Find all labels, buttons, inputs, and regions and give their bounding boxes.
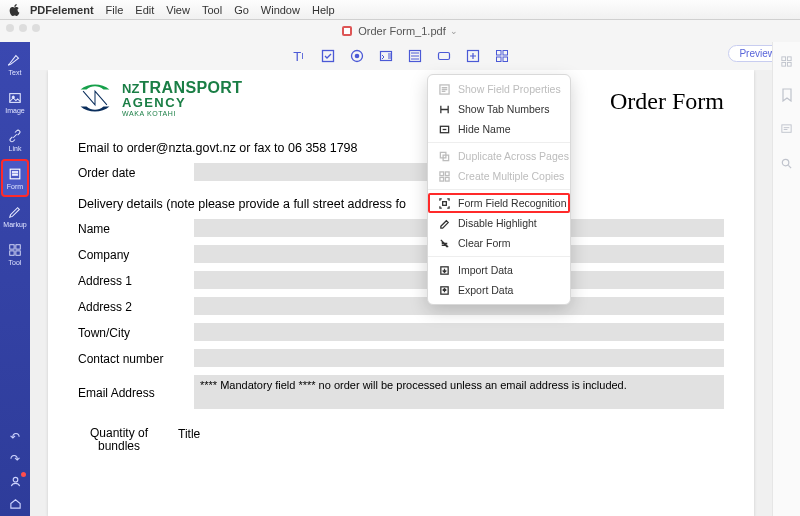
svg-point-2 (354, 54, 359, 59)
app-name[interactable]: PDFelement (30, 4, 94, 16)
menu-edit[interactable]: Edit (135, 4, 154, 16)
menu-file[interactable]: File (106, 4, 124, 16)
document-title[interactable]: Order Form_1.pdf (358, 25, 445, 37)
sidebar-item-link[interactable]: Link (2, 122, 28, 158)
svg-point-20 (13, 477, 18, 482)
menu-item-label: Clear Form (458, 237, 511, 249)
minimize-dot[interactable] (19, 24, 27, 32)
menu-item-show-tab-numbers[interactable]: Show Tab Numbers (428, 99, 570, 119)
apple-icon[interactable] (6, 2, 22, 18)
menu-item-label: Disable Highlight (458, 217, 537, 229)
menu-item-label: Show Field Properties (458, 83, 561, 95)
sidebar-bottom: ↶ ↷ (8, 430, 22, 516)
menu-view[interactable]: View (166, 4, 190, 16)
menu-item-label: Export Data (458, 284, 513, 296)
svg-rect-34 (445, 177, 449, 181)
logo-text: NZTRANSPORT AGENCY WAKA KOTAHI (122, 80, 243, 117)
more-tool[interactable] (488, 45, 516, 67)
bookmark-icon[interactable] (780, 88, 794, 102)
window-controls (6, 24, 40, 32)
menu-item-hide-name[interactable]: Hide Name (428, 119, 570, 139)
svg-rect-8 (503, 51, 508, 56)
zoom-dot[interactable] (32, 24, 40, 32)
menu-item-show-field-properties: Show Field Properties (428, 79, 570, 99)
svg-point-26 (782, 159, 789, 166)
svg-rect-0 (322, 51, 333, 62)
close-dot[interactable] (6, 24, 14, 32)
menu-tool[interactable]: Tool (202, 4, 222, 16)
document-icon (342, 26, 352, 36)
tab-numbers-icon (438, 103, 450, 115)
sidebar-item-text[interactable]: Text (2, 46, 28, 82)
menu-item-import-data[interactable]: Import Data (428, 260, 570, 280)
field-label: Town/City (78, 323, 180, 340)
context-menu: Show Field PropertiesShow Tab NumbersHid… (427, 74, 571, 305)
sidebar-item-tool[interactable]: Tool (2, 236, 28, 272)
mandatory-note: **** Mandatory field **** no order will … (194, 375, 633, 395)
svg-rect-16 (10, 244, 14, 248)
search-icon[interactable] (780, 156, 794, 170)
sidebar-item-markup[interactable]: Markup (2, 198, 28, 234)
svg-rect-10 (503, 57, 508, 62)
nzta-logo-icon (78, 81, 112, 115)
menu-separator (428, 189, 570, 190)
field-label: Address 1 (78, 271, 180, 288)
listbox-tool[interactable] (401, 45, 429, 67)
menu-separator (428, 142, 570, 143)
menu-item-clear-form[interactable]: Clear Form (428, 233, 570, 253)
menu-item-export-data[interactable]: Export Data (428, 280, 570, 300)
menu-go[interactable]: Go (234, 4, 249, 16)
qty-col2: Title (178, 427, 200, 453)
svg-rect-31 (439, 171, 443, 175)
right-sidebar (772, 42, 800, 516)
towncity-field[interactable] (194, 323, 724, 341)
sidebar-label: Image (5, 107, 24, 114)
menu-help[interactable]: Help (312, 4, 335, 16)
svg-rect-18 (10, 250, 14, 254)
menu-item-create-multiple-copies: Create Multiple Copies (428, 166, 570, 186)
chevron-down-icon[interactable]: ⌄ (450, 26, 458, 36)
radio-tool[interactable] (343, 45, 371, 67)
sidebar-label: Link (9, 145, 22, 152)
combobox-tool[interactable] (372, 45, 400, 67)
menu-window[interactable]: Window (261, 4, 300, 16)
form-toolbar: TI Preview (0, 42, 800, 70)
undo-icon[interactable]: ↶ (8, 430, 22, 444)
redo-icon[interactable]: ↷ (8, 452, 22, 466)
svg-rect-32 (445, 171, 449, 175)
field-label: Company (78, 245, 180, 262)
email-field[interactable]: **** Mandatory field **** no order will … (194, 375, 724, 409)
svg-rect-24 (787, 62, 791, 66)
titlebar: Order Form_1.pdf ⌄ (0, 20, 800, 42)
button-tool[interactable] (430, 45, 458, 67)
annotation-icon[interactable] (780, 122, 794, 136)
thumbnails-icon[interactable] (780, 54, 794, 68)
home-icon[interactable] (8, 496, 22, 510)
checkbox-tool[interactable] (314, 45, 342, 67)
svg-rect-11 (10, 93, 21, 102)
sidebar-label: Text (9, 69, 22, 76)
menu-item-disable-highlight[interactable]: Disable Highlight (428, 213, 570, 233)
user-icon[interactable] (8, 474, 22, 488)
field-label: Contact number (78, 349, 180, 366)
menu-item-label: Duplicate Across Pages (458, 150, 569, 162)
svg-rect-5 (438, 53, 449, 60)
text-field-tool[interactable]: TI (285, 45, 313, 67)
contact-field[interactable] (194, 349, 724, 367)
order-date-field[interactable] (194, 163, 434, 181)
field-label: Name (78, 219, 180, 236)
svg-rect-7 (496, 51, 501, 56)
sidebar-label: Form (7, 183, 23, 190)
field-label: Email Address (78, 383, 180, 400)
import-icon (438, 264, 450, 276)
svg-rect-15 (12, 174, 17, 175)
svg-rect-35 (442, 201, 446, 205)
sidebar-item-form[interactable]: Form (2, 160, 28, 196)
menu-item-label: Show Tab Numbers (458, 103, 549, 115)
sidebar-item-image[interactable]: Image (2, 84, 28, 120)
menu-item-form-field-recognition[interactable]: Form Field Recognition (428, 193, 570, 213)
svg-rect-23 (782, 62, 786, 66)
signature-tool[interactable] (459, 45, 487, 67)
sidebar-label: Markup (3, 221, 26, 228)
order-date-row: Order date (78, 163, 724, 181)
